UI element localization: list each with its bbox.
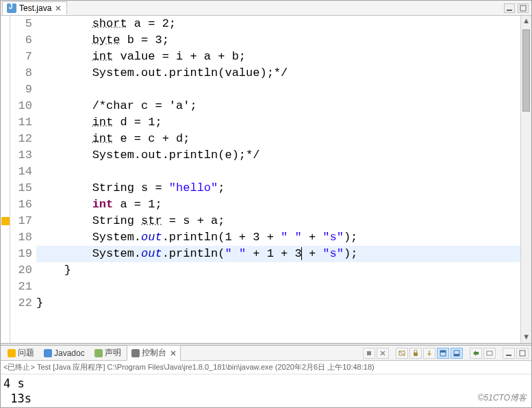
close-console-tab-icon[interactable] bbox=[170, 348, 176, 358]
line-number: 19 bbox=[10, 246, 32, 262]
tab-declaration-label: 声明 bbox=[105, 347, 121, 359]
line-number: 21 bbox=[10, 279, 32, 295]
open-console-button[interactable] bbox=[470, 348, 482, 359]
remove-all-button[interactable] bbox=[377, 348, 389, 359]
maximize-icon[interactable] bbox=[518, 3, 529, 13]
warning-marker-icon[interactable] bbox=[1, 217, 10, 225]
clear-console-button[interactable] bbox=[396, 348, 408, 359]
scroll-up-arrow[interactable]: ▴ bbox=[521, 16, 531, 27]
line-number: 5 bbox=[10, 16, 32, 32]
line-number: 6 bbox=[10, 32, 32, 49]
code-line[interactable] bbox=[36, 279, 520, 295]
line-number: 8 bbox=[10, 65, 32, 81]
declaration-icon bbox=[94, 349, 103, 357]
svg-rect-10 bbox=[506, 355, 511, 356]
code-line[interactable]: String str = s + a; bbox=[36, 213, 520, 229]
code-line[interactable]: System.out.println(value);*/ bbox=[36, 65, 520, 81]
panel-maximize-icon[interactable] bbox=[516, 348, 529, 359]
line-number: 10 bbox=[10, 98, 32, 114]
pin-console-button[interactable] bbox=[423, 348, 435, 359]
code-line[interactable]: System.out.println(e);*/ bbox=[36, 147, 520, 164]
code-line[interactable]: int a = 1; bbox=[36, 196, 520, 213]
show-console-stderr-button[interactable] bbox=[451, 348, 463, 359]
minimize-icon[interactable] bbox=[504, 3, 515, 13]
editor-tab-test-java[interactable]: Test.java bbox=[2, 1, 67, 15]
problems-icon bbox=[8, 349, 16, 357]
panel-minimize-icon[interactable] bbox=[503, 348, 515, 359]
code-line[interactable]: } bbox=[36, 295, 520, 311]
code-line[interactable]: String s = "hello"; bbox=[36, 180, 520, 196]
code-line[interactable]: } bbox=[36, 262, 520, 279]
code-line[interactable] bbox=[36, 164, 520, 180]
svg-rect-9 bbox=[487, 351, 492, 355]
svg-rect-4 bbox=[414, 353, 418, 356]
code-line[interactable]: System.out.println(1 + 3 + " " + "s"); bbox=[36, 229, 520, 246]
code-line[interactable]: System.out.println(" " + 1 + 3 + "s"); bbox=[36, 246, 520, 262]
svg-rect-11 bbox=[520, 350, 525, 356]
display-selected-console-button[interactable] bbox=[483, 348, 496, 359]
code-line[interactable]: /*char c = 'a'; bbox=[36, 98, 520, 114]
svg-rect-6 bbox=[440, 350, 446, 353]
scroll-down-arrow[interactable]: ▾ bbox=[521, 332, 531, 343]
line-number: 13 bbox=[10, 147, 32, 164]
close-tab-icon[interactable] bbox=[54, 4, 62, 12]
editor-tab-label: Test.java bbox=[19, 3, 51, 13]
bottom-panel-tabbar: 问题 Javadoc 声明 控制台 bbox=[1, 346, 531, 361]
line-number-gutter: 5678910111213141516171819202122 bbox=[10, 16, 36, 343]
console-toolbar bbox=[363, 348, 529, 359]
svg-rect-8 bbox=[454, 354, 459, 356]
remove-launch-button[interactable] bbox=[363, 348, 375, 359]
code-line[interactable]: byte b = 3; bbox=[36, 32, 520, 49]
line-number: 7 bbox=[10, 49, 32, 65]
show-console-stdout-button[interactable] bbox=[437, 348, 449, 359]
svg-rect-0 bbox=[507, 10, 512, 11]
tab-console-label: 控制台 bbox=[142, 347, 166, 359]
svg-rect-2 bbox=[367, 351, 371, 355]
console-status: <已终止> Test [Java 应用程序] C:\Program Files\… bbox=[1, 361, 531, 374]
line-number: 12 bbox=[10, 131, 32, 147]
code-line[interactable]: int d = 1; bbox=[36, 114, 520, 131]
line-number: 20 bbox=[10, 262, 32, 279]
scroll-lock-button[interactable] bbox=[409, 348, 422, 359]
scrollbar-thumb[interactable] bbox=[522, 29, 530, 112]
line-number: 14 bbox=[10, 164, 32, 180]
tab-javadoc-label: Javadoc bbox=[54, 348, 85, 358]
tab-problems[interactable]: 问题 bbox=[3, 346, 38, 360]
tab-javadoc[interactable]: Javadoc bbox=[40, 347, 89, 359]
svg-rect-1 bbox=[520, 5, 526, 11]
code-line[interactable]: int e = c + d; bbox=[36, 131, 520, 147]
line-number: 9 bbox=[10, 81, 32, 98]
editor-tabbar-controls bbox=[504, 3, 531, 13]
vertical-scrollbar[interactable]: ▴ ▾ bbox=[520, 16, 531, 343]
code-line[interactable]: int value = i + a + b; bbox=[36, 49, 520, 65]
line-number: 16 bbox=[10, 196, 32, 213]
java-file-icon bbox=[7, 3, 16, 13]
editor-tabbar: Test.java bbox=[1, 1, 531, 16]
code-editor[interactable]: 5678910111213141516171819202122 short a … bbox=[1, 16, 531, 343]
line-number: 11 bbox=[10, 114, 32, 131]
console-output[interactable]: 4 s 13s bbox=[1, 374, 531, 407]
code-area[interactable]: short a = 2; byte b = 3; int value = i +… bbox=[36, 16, 520, 343]
watermark: ©51CTO博客 bbox=[478, 392, 527, 404]
ide-window: Test.java 567891011121314151617181920212… bbox=[0, 0, 532, 408]
line-number: 15 bbox=[10, 180, 32, 196]
line-number: 17 bbox=[10, 213, 32, 229]
console-icon bbox=[131, 349, 140, 357]
line-number: 18 bbox=[10, 229, 32, 246]
line-number: 22 bbox=[10, 295, 32, 311]
code-line[interactable] bbox=[36, 81, 520, 98]
marker-bar bbox=[1, 16, 10, 343]
javadoc-icon bbox=[44, 349, 52, 357]
tab-console[interactable]: 控制台 bbox=[127, 345, 181, 361]
tab-declaration[interactable]: 声明 bbox=[90, 346, 125, 360]
code-line[interactable]: short a = 2; bbox=[36, 16, 520, 32]
tab-problems-label: 问题 bbox=[18, 347, 34, 359]
